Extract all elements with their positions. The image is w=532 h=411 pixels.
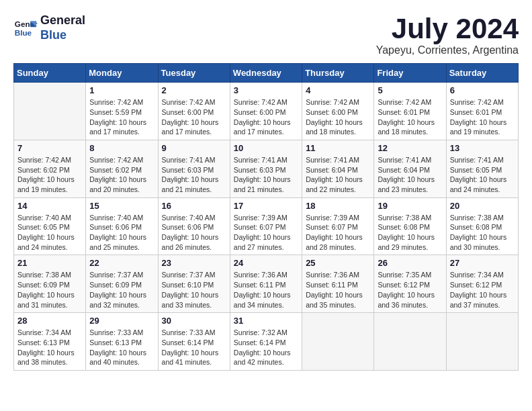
calendar-cell: 24Sunrise: 7:36 AMSunset: 6:11 PMDayligh…: [230, 255, 302, 313]
day-info: Sunrise: 7:32 AMSunset: 6:14 PMDaylight:…: [234, 328, 298, 367]
day-number: 21: [17, 258, 82, 268]
calendar-cell: [14, 83, 86, 140]
day-number: 17: [234, 201, 298, 211]
day-info: Sunrise: 7:40 AMSunset: 6:05 PMDaylight:…: [17, 213, 82, 253]
day-info: Sunrise: 7:33 AMSunset: 6:14 PMDaylight:…: [162, 328, 226, 367]
calendar-week-2: 7Sunrise: 7:42 AMSunset: 6:02 PMDaylight…: [14, 140, 519, 197]
day-number: 3: [234, 85, 298, 95]
calendar-cell: 15Sunrise: 7:40 AMSunset: 6:06 PMDayligh…: [86, 197, 158, 255]
day-number: 12: [378, 143, 442, 153]
day-info: Sunrise: 7:39 AMSunset: 6:07 PMDaylight:…: [234, 213, 298, 253]
day-number: 18: [306, 201, 370, 211]
day-info: Sunrise: 7:41 AMSunset: 6:05 PMDaylight:…: [450, 155, 515, 195]
day-info: Sunrise: 7:42 AMSunset: 6:01 PMDaylight:…: [378, 97, 442, 137]
day-number: 2: [162, 85, 226, 95]
calendar-body: 1Sunrise: 7:42 AMSunset: 5:59 PMDaylight…: [14, 83, 519, 371]
day-number: 1: [89, 85, 154, 95]
day-number: 28: [17, 316, 82, 326]
day-number: 11: [306, 143, 370, 153]
calendar-table: SundayMondayTuesdayWednesdayThursdayFrid…: [13, 63, 519, 371]
day-number: 20: [450, 201, 515, 211]
day-info: Sunrise: 7:39 AMSunset: 6:07 PMDaylight:…: [306, 213, 370, 253]
calendar-cell: 16Sunrise: 7:40 AMSunset: 6:06 PMDayligh…: [158, 197, 230, 255]
logo-icon: General Blue: [13, 16, 38, 40]
calendar-cell: 20Sunrise: 7:38 AMSunset: 6:08 PMDayligh…: [446, 197, 518, 255]
day-info: Sunrise: 7:37 AMSunset: 6:09 PMDaylight:…: [89, 270, 154, 310]
day-info: Sunrise: 7:36 AMSunset: 6:11 PMDaylight:…: [306, 270, 370, 310]
day-info: Sunrise: 7:42 AMSunset: 6:02 PMDaylight:…: [17, 155, 82, 195]
calendar-cell: 5Sunrise: 7:42 AMSunset: 6:01 PMDaylight…: [374, 83, 446, 140]
calendar-cell: 13Sunrise: 7:41 AMSunset: 6:05 PMDayligh…: [446, 140, 518, 197]
day-info: Sunrise: 7:40 AMSunset: 6:06 PMDaylight:…: [89, 213, 154, 253]
day-number: 13: [450, 143, 515, 153]
day-number: 14: [17, 201, 82, 211]
day-number: 5: [378, 85, 442, 95]
header-day-friday: Friday: [374, 64, 446, 83]
day-number: 15: [89, 201, 154, 211]
calendar-cell: 18Sunrise: 7:39 AMSunset: 6:07 PMDayligh…: [302, 197, 374, 255]
day-info: Sunrise: 7:42 AMSunset: 6:00 PMDaylight:…: [162, 97, 226, 137]
calendar-cell: 9Sunrise: 7:41 AMSunset: 6:03 PMDaylight…: [158, 140, 230, 197]
calendar-cell: 23Sunrise: 7:37 AMSunset: 6:10 PMDayligh…: [158, 255, 230, 313]
day-info: Sunrise: 7:38 AMSunset: 6:09 PMDaylight:…: [17, 270, 82, 310]
day-info: Sunrise: 7:42 AMSunset: 6:00 PMDaylight:…: [234, 97, 298, 137]
calendar-week-3: 14Sunrise: 7:40 AMSunset: 6:05 PMDayligh…: [14, 197, 519, 255]
header-day-saturday: Saturday: [446, 64, 518, 83]
calendar-cell: 27Sunrise: 7:34 AMSunset: 6:12 PMDayligh…: [446, 255, 518, 313]
calendar-cell: 31Sunrise: 7:32 AMSunset: 6:14 PMDayligh…: [230, 313, 302, 371]
calendar-cell: [302, 313, 374, 371]
calendar-cell: 3Sunrise: 7:42 AMSunset: 6:00 PMDaylight…: [230, 83, 302, 140]
day-info: Sunrise: 7:38 AMSunset: 6:08 PMDaylight:…: [450, 213, 515, 253]
day-number: 30: [162, 316, 226, 326]
day-number: 27: [450, 258, 515, 268]
day-number: 29: [89, 316, 154, 326]
month-year-title: July 2024: [376, 13, 519, 44]
day-number: 6: [450, 85, 515, 95]
calendar-week-4: 21Sunrise: 7:38 AMSunset: 6:09 PMDayligh…: [14, 255, 519, 313]
day-number: 9: [162, 143, 226, 153]
calendar-cell: 12Sunrise: 7:41 AMSunset: 6:04 PMDayligh…: [374, 140, 446, 197]
day-number: 26: [378, 258, 442, 268]
day-info: Sunrise: 7:42 AMSunset: 5:59 PMDaylight:…: [89, 97, 154, 137]
calendar-cell: 25Sunrise: 7:36 AMSunset: 6:11 PMDayligh…: [302, 255, 374, 313]
calendar-cell: 21Sunrise: 7:38 AMSunset: 6:09 PMDayligh…: [14, 255, 86, 313]
calendar-cell: 28Sunrise: 7:34 AMSunset: 6:13 PMDayligh…: [14, 313, 86, 371]
calendar-cell: 1Sunrise: 7:42 AMSunset: 5:59 PMDaylight…: [86, 83, 158, 140]
calendar-cell: 2Sunrise: 7:42 AMSunset: 6:00 PMDaylight…: [158, 83, 230, 140]
day-info: Sunrise: 7:40 AMSunset: 6:06 PMDaylight:…: [162, 213, 226, 253]
day-number: 4: [306, 85, 370, 95]
day-info: Sunrise: 7:33 AMSunset: 6:13 PMDaylight:…: [89, 328, 154, 367]
calendar-cell: 26Sunrise: 7:35 AMSunset: 6:12 PMDayligh…: [374, 255, 446, 313]
day-info: Sunrise: 7:37 AMSunset: 6:10 PMDaylight:…: [162, 270, 226, 310]
calendar-cell: 22Sunrise: 7:37 AMSunset: 6:09 PMDayligh…: [86, 255, 158, 313]
calendar-week-5: 28Sunrise: 7:34 AMSunset: 6:13 PMDayligh…: [14, 313, 519, 371]
logo-text-general: General: [40, 13, 85, 28]
day-number: 16: [162, 201, 226, 211]
calendar-cell: 19Sunrise: 7:38 AMSunset: 6:08 PMDayligh…: [374, 197, 446, 255]
header-day-sunday: Sunday: [14, 64, 86, 83]
day-number: 7: [17, 143, 82, 153]
day-info: Sunrise: 7:41 AMSunset: 6:03 PMDaylight:…: [234, 155, 298, 195]
day-number: 22: [89, 258, 154, 268]
day-number: 25: [306, 258, 370, 268]
header-day-thursday: Thursday: [302, 64, 374, 83]
day-number: 31: [234, 316, 298, 326]
logo: General Blue General Blue: [13, 13, 85, 42]
calendar-cell: 6Sunrise: 7:42 AMSunset: 6:01 PMDaylight…: [446, 83, 518, 140]
logo-text-blue: Blue: [40, 28, 85, 43]
calendar-cell: 11Sunrise: 7:41 AMSunset: 6:04 PMDayligh…: [302, 140, 374, 197]
day-info: Sunrise: 7:36 AMSunset: 6:11 PMDaylight:…: [234, 270, 298, 310]
day-number: 8: [89, 143, 154, 153]
header-day-tuesday: Tuesday: [158, 64, 230, 83]
calendar-header: SundayMondayTuesdayWednesdayThursdayFrid…: [14, 64, 519, 83]
calendar-cell: 10Sunrise: 7:41 AMSunset: 6:03 PMDayligh…: [230, 140, 302, 197]
calendar-cell: 14Sunrise: 7:40 AMSunset: 6:05 PMDayligh…: [14, 197, 86, 255]
calendar-week-1: 1Sunrise: 7:42 AMSunset: 5:59 PMDaylight…: [14, 83, 519, 140]
page-header: General Blue General Blue July 2024 Yape…: [13, 13, 519, 56]
day-number: 19: [378, 201, 442, 211]
header-day-monday: Monday: [86, 64, 158, 83]
title-section: July 2024 Yapeyu, Corrientes, Argentina: [376, 13, 519, 56]
day-info: Sunrise: 7:41 AMSunset: 6:03 PMDaylight:…: [162, 155, 226, 195]
day-info: Sunrise: 7:42 AMSunset: 6:01 PMDaylight:…: [450, 97, 515, 137]
day-number: 24: [234, 258, 298, 268]
